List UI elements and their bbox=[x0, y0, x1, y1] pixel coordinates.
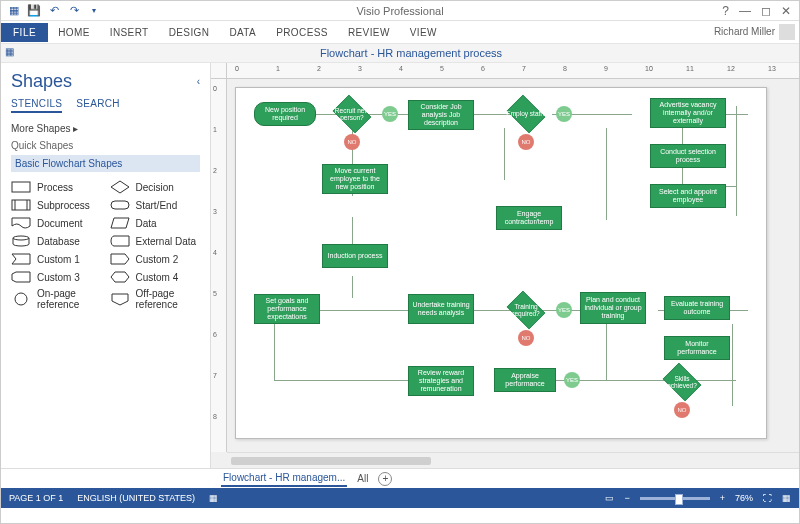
titlebar: ▦ 💾 ↶ ↷ ▾ Visio Professional ? — ◻ ✕ bbox=[1, 1, 799, 21]
workspace: Shapes ‹ STENCILS SEARCH More Shapes ▸ Q… bbox=[1, 63, 799, 468]
drawing-page[interactable]: New position required Recruit new person… bbox=[235, 87, 767, 439]
maximize-icon[interactable]: ◻ bbox=[761, 4, 771, 18]
shape-custom-1[interactable]: Custom 1 bbox=[11, 252, 102, 266]
badge-no: NO bbox=[518, 330, 534, 346]
sheet-tabs: Flowchart - HR managem... All + bbox=[1, 468, 799, 488]
node-training-needs[interactable]: Undertake training needs analysis bbox=[408, 294, 474, 324]
pan-zoom-icon[interactable]: ▦ bbox=[782, 493, 791, 503]
svg-point-7 bbox=[13, 236, 29, 240]
svg-marker-10 bbox=[12, 272, 30, 282]
badge-no: NO bbox=[344, 134, 360, 150]
tab-data[interactable]: DATA bbox=[219, 23, 266, 42]
zoom-slider[interactable] bbox=[640, 497, 710, 500]
tab-insert[interactable]: INSERT bbox=[100, 23, 159, 42]
node-training-decision[interactable]: Training required? bbox=[504, 294, 548, 326]
macro-icon[interactable]: ▦ bbox=[209, 493, 218, 503]
language-indicator[interactable]: ENGLISH (UNITED STATES) bbox=[77, 493, 195, 503]
node-skills-decision[interactable]: Skills achieved? bbox=[660, 366, 704, 398]
node-monitor[interactable]: Monitor performance bbox=[664, 336, 730, 360]
presentation-icon[interactable]: ▭ bbox=[605, 493, 614, 503]
stencil-header[interactable]: Basic Flowchart Shapes bbox=[11, 155, 200, 172]
document-tabbar: ▦ Flowchart - HR management process bbox=[1, 43, 799, 63]
tab-view[interactable]: VIEW bbox=[400, 23, 447, 42]
node-employ-decision[interactable]: Employ staff? bbox=[504, 98, 548, 130]
canvas-area[interactable]: 012345678910111213 012345678 bbox=[211, 63, 799, 468]
more-shapes[interactable]: More Shapes ▸ bbox=[11, 123, 200, 134]
svg-rect-0 bbox=[12, 182, 30, 192]
app-title: Visio Professional bbox=[356, 5, 443, 17]
node-new-position[interactable]: New position required bbox=[254, 102, 316, 126]
add-sheet-icon[interactable]: + bbox=[378, 472, 392, 486]
file-tab[interactable]: FILE bbox=[1, 23, 48, 42]
zoom-in-icon[interactable]: + bbox=[720, 493, 725, 503]
minimize-icon[interactable]: — bbox=[739, 4, 751, 18]
shape-decision[interactable]: Decision bbox=[110, 180, 201, 194]
svg-point-12 bbox=[15, 293, 27, 305]
node-evaluate-outcome[interactable]: Evaluate training outcome bbox=[664, 296, 730, 320]
shape-custom-2[interactable]: Custom 2 bbox=[110, 252, 201, 266]
collapse-icon[interactable]: ‹ bbox=[197, 76, 200, 87]
avatar[interactable] bbox=[779, 24, 795, 40]
node-set-goals[interactable]: Set goals and performance expectations bbox=[254, 294, 320, 324]
tab-home[interactable]: HOME bbox=[48, 23, 100, 42]
badge-yes: YES bbox=[382, 106, 398, 122]
scrollbar-horizontal[interactable] bbox=[227, 452, 799, 468]
undo-icon[interactable]: ↶ bbox=[47, 4, 61, 18]
tab-review[interactable]: REVIEW bbox=[338, 23, 400, 42]
node-plan-training[interactable]: Plan and conduct individual or group tra… bbox=[580, 292, 646, 324]
fit-window-icon[interactable]: ⛶ bbox=[763, 493, 772, 503]
page-indicator: PAGE 1 OF 1 bbox=[9, 493, 63, 503]
svg-marker-1 bbox=[111, 181, 129, 193]
sheet-tab-active[interactable]: Flowchart - HR managem... bbox=[221, 470, 347, 487]
badge-no: NO bbox=[518, 134, 534, 150]
node-advertise[interactable]: Advertise vacancy internally and/or exte… bbox=[650, 98, 726, 128]
quick-access-toolbar: ▦ 💾 ↶ ↷ ▾ bbox=[1, 4, 101, 18]
shape-document[interactable]: Document bbox=[11, 216, 102, 230]
doc-icon[interactable]: ▦ bbox=[5, 46, 19, 60]
node-review-reward[interactable]: Review reward strategies and remuneratio… bbox=[408, 366, 474, 396]
svg-marker-11 bbox=[111, 272, 129, 282]
node-select-employee[interactable]: Select and appoint employee bbox=[650, 184, 726, 208]
shape-custom-3[interactable]: Custom 3 bbox=[11, 270, 102, 284]
node-recruit-decision[interactable]: Recruit new person? bbox=[330, 98, 374, 130]
svg-marker-8 bbox=[12, 254, 30, 264]
node-engage-contractor[interactable]: Engage contractor/temp bbox=[496, 206, 562, 230]
shape-database[interactable]: Database bbox=[11, 234, 102, 248]
close-icon[interactable]: ✕ bbox=[781, 4, 791, 18]
quick-shapes[interactable]: Quick Shapes bbox=[11, 140, 200, 151]
shape-off-page-reference[interactable]: Off-page reference bbox=[110, 288, 201, 310]
save-icon[interactable]: 💾 bbox=[27, 4, 41, 18]
tab-process[interactable]: PROCESS bbox=[266, 23, 338, 42]
shape-process[interactable]: Process bbox=[11, 180, 102, 194]
shape-start-end[interactable]: Start/End bbox=[110, 198, 201, 212]
shape-data[interactable]: Data bbox=[110, 216, 201, 230]
window-controls: ? — ◻ ✕ bbox=[722, 4, 799, 18]
shapes-grid: ProcessDecisionSubprocessStart/EndDocume… bbox=[11, 180, 200, 310]
shape-external-data[interactable]: External Data bbox=[110, 234, 201, 248]
tab-search[interactable]: SEARCH bbox=[76, 98, 119, 113]
svg-marker-9 bbox=[111, 254, 129, 264]
qat-dropdown-icon[interactable]: ▾ bbox=[87, 4, 101, 18]
zoom-out-icon[interactable]: − bbox=[624, 493, 629, 503]
ruler-horizontal: 012345678910111213 bbox=[227, 63, 799, 79]
shapes-panel: Shapes ‹ STENCILS SEARCH More Shapes ▸ Q… bbox=[1, 63, 211, 468]
shape-custom-4[interactable]: Custom 4 bbox=[110, 270, 201, 284]
node-induction[interactable]: Induction process bbox=[322, 244, 388, 268]
node-appraise[interactable]: Appraise performance bbox=[494, 368, 556, 392]
zoom-level[interactable]: 76% bbox=[735, 493, 753, 503]
svg-marker-13 bbox=[112, 294, 128, 305]
sheet-tab-all[interactable]: All bbox=[357, 473, 368, 484]
node-consider[interactable]: Consider Job analysis Job description bbox=[408, 100, 474, 130]
tab-design[interactable]: DESIGN bbox=[159, 23, 220, 42]
redo-icon[interactable]: ↷ bbox=[67, 4, 81, 18]
svg-rect-5 bbox=[111, 201, 129, 209]
app-icon: ▦ bbox=[7, 4, 21, 18]
shape-subprocess[interactable]: Subprocess bbox=[11, 198, 102, 212]
node-conduct-selection[interactable]: Conduct selection process bbox=[650, 144, 726, 168]
help-icon[interactable]: ? bbox=[722, 4, 729, 18]
node-move-employee[interactable]: Move current employee to the new positio… bbox=[322, 164, 388, 194]
ruler-vertical: 012345678 bbox=[211, 79, 227, 452]
shape-on-page-reference[interactable]: On-page reference bbox=[11, 288, 102, 310]
tab-stencils[interactable]: STENCILS bbox=[11, 98, 62, 113]
user-name[interactable]: Richard Miller bbox=[714, 24, 799, 40]
